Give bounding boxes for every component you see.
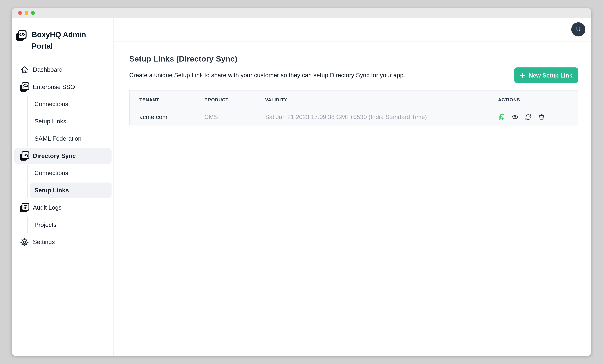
- sidebar-item-label: SAML Federation: [34, 135, 81, 142]
- sidebar: BoxyHQ Admin Portal Dashboard: [12, 18, 114, 356]
- sidebar-item-saml-federation[interactable]: SAML Federation: [30, 131, 112, 146]
- avatar[interactable]: U: [571, 22, 585, 36]
- regenerate-icon[interactable]: [525, 114, 532, 121]
- gear-icon: [20, 237, 29, 247]
- setup-links-table: TENANT PRODUCT VALIDITY ACTIONS acme.com…: [129, 90, 579, 125]
- cell-validity: Sat Jan 21 2023 17:09:38 GMT+0530 (India…: [265, 114, 484, 121]
- sidebar-item-label: Setup Links: [34, 187, 69, 194]
- zoom-window-button[interactable]: [31, 11, 35, 15]
- view-icon[interactable]: [511, 114, 518, 121]
- new-setup-link-button[interactable]: New Setup Link: [514, 67, 578, 83]
- main-area: U Setup Links (Directory Sync) Create a …: [114, 18, 591, 356]
- enterprise-sso-subnav: Connections Setup Links SAML Federation: [27, 96, 112, 147]
- enterprise-sso-icon: [20, 82, 29, 92]
- sidebar-item-enterprise-sso[interactable]: Enterprise SSO: [14, 79, 112, 95]
- avatar-initial: U: [576, 26, 580, 33]
- new-setup-link-label: New Setup Link: [529, 72, 572, 79]
- table-row: acme.com CMS Sat Jan 21 2023 17:09:38 GM…: [130, 109, 578, 125]
- desktop-background: BoxyHQ Admin Portal Dashboard: [0, 0, 603, 364]
- column-header-validity: VALIDITY: [265, 97, 484, 103]
- sidebar-item-label: Settings: [33, 238, 55, 246]
- brand-title: BoxyHQ Admin Portal: [32, 29, 94, 52]
- sidebar-item-audit-logs[interactable]: Audit Logs: [14, 200, 112, 215]
- browser-window: BoxyHQ Admin Portal Dashboard: [12, 8, 591, 356]
- plus-icon: [520, 73, 525, 78]
- column-header-actions: ACTIONS: [484, 97, 578, 103]
- sidebar-item-directory-sync[interactable]: Directory Sync: [14, 148, 112, 164]
- sidebar-item-sso-connections[interactable]: Connections: [30, 96, 112, 112]
- home-icon: [20, 65, 29, 75]
- boxyhq-logo-icon: [16, 30, 27, 41]
- sidebar-item-label: Connections: [34, 170, 68, 177]
- sidebar-item-projects[interactable]: Projects: [30, 217, 112, 233]
- sidebar-nav: Dashboard: [12, 62, 113, 250]
- sidebar-item-label: Audit Logs: [33, 204, 62, 211]
- delete-icon[interactable]: [538, 114, 545, 121]
- page-title: Setup Links (Directory Sync): [129, 54, 579, 63]
- sidebar-item-settings[interactable]: Settings: [14, 234, 112, 250]
- sidebar-item-label: Setup Links: [34, 118, 66, 125]
- directory-sync-subnav: Connections Setup Links: [27, 165, 112, 198]
- table-header-row: TENANT PRODUCT VALIDITY ACTIONS: [130, 90, 578, 109]
- copy-icon[interactable]: [498, 114, 505, 121]
- minimize-window-button[interactable]: [24, 11, 28, 15]
- brand: BoxyHQ Admin Portal: [12, 18, 113, 52]
- sidebar-item-label: Projects: [34, 221, 56, 228]
- sidebar-item-dsync-setup-links[interactable]: Setup Links: [30, 183, 112, 198]
- top-header: U: [114, 18, 591, 42]
- column-header-tenant: TENANT: [139, 97, 205, 103]
- page-content: Setup Links (Directory Sync) Create a un…: [114, 42, 591, 126]
- page-description: Create a unique Setup Link to share with…: [129, 72, 405, 79]
- close-window-button[interactable]: [18, 11, 22, 15]
- window-titlebar: [12, 8, 591, 18]
- audit-logs-icon: [20, 203, 29, 212]
- sidebar-item-sso-setup-links[interactable]: Setup Links: [30, 114, 112, 129]
- column-header-product: PRODUCT: [204, 97, 265, 103]
- sidebar-item-dashboard[interactable]: Dashboard: [14, 62, 112, 78]
- sidebar-item-label: Connections: [34, 101, 68, 108]
- cell-tenant: acme.com: [139, 114, 205, 121]
- sidebar-item-dsync-connections[interactable]: Connections: [30, 165, 112, 181]
- audit-logs-subnav: Projects: [27, 217, 112, 233]
- sidebar-item-label: Directory Sync: [33, 153, 76, 160]
- sidebar-item-label: Dashboard: [33, 66, 63, 73]
- cell-product: CMS: [204, 114, 265, 121]
- directory-sync-icon: [20, 151, 29, 161]
- row-actions: [484, 114, 578, 121]
- sidebar-item-label: Enterprise SSO: [33, 83, 75, 91]
